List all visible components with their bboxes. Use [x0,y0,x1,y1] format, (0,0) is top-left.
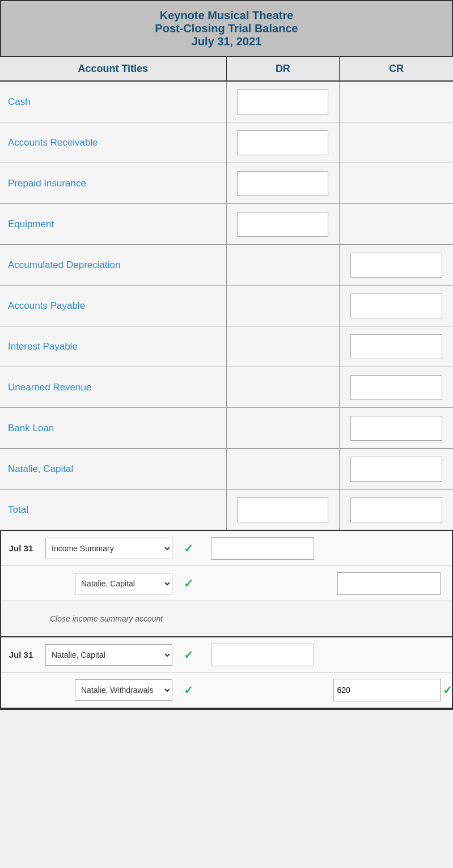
checkmark-icon-1: ✓ [184,542,193,555]
check-3: ✓ [177,646,200,664]
journal-date-empty-2 [1,686,41,695]
dr-cell[interactable] [227,82,340,122]
cr-input[interactable] [350,497,442,522]
journal-dr-3[interactable] [200,640,326,670]
natalie-capital-select-cell-1: Natalie, Capital Income Summary Natalie,… [41,569,177,598]
journal-row-4: Natalie, Withdrawals Natalie, Capital In… [1,673,452,708]
journal-dr-input-1[interactable] [211,537,314,560]
income-summary-select-cell: Income Summary Natalie, Capital Natalie,… [41,534,177,563]
cr-cell[interactable] [340,245,453,285]
account-name: Bank Loan [0,408,227,448]
dr-cell [227,286,340,326]
table-row: Unearned Revenue [0,367,453,408]
income-summary-select[interactable]: Income Summary Natalie, Capital Natalie,… [45,538,172,559]
journal-cr-1 [326,545,452,552]
cr-cell [340,204,453,244]
journal-cr-3 [326,652,452,658]
table-row: Accounts Payable [0,286,453,326]
cr-input[interactable] [350,457,442,482]
journal-dr-1[interactable] [200,534,326,563]
cr-input[interactable] [350,375,442,400]
journal-date-empty-1 [1,579,41,588]
cr-cell [340,82,453,122]
company-name: Keynote Musical Theatre [7,9,446,22]
dr-input[interactable] [237,212,328,237]
dr-cell[interactable] [227,163,340,203]
cr-cell [340,163,453,203]
table-header: Keynote Musical Theatre Post-Closing Tri… [1,1,452,57]
table-row: Bank Loan [0,408,453,449]
account-name: Natalie, Capital [0,449,227,489]
account-name: Prepaid Insurance [0,163,227,203]
dr-cell [227,367,340,407]
dr-cell [227,245,340,285]
account-name: Equipment [0,204,227,244]
report-title: Post-Closing Trial Balance [7,22,446,35]
cr-cell[interactable] [340,367,453,407]
dr-input[interactable] [237,90,328,114]
cr-col-header: CR [340,57,453,80]
account-col-header: Account Titles [0,57,227,80]
table-row: Accumulated Depreciation [0,245,453,286]
journal-cr-2[interactable] [326,569,452,598]
cr-input[interactable] [350,416,442,441]
account-name: Accounts Payable [0,286,227,326]
journal-group-2: Jul 31 Natalie, Capital Income Summary N… [1,637,452,709]
table-row: Cash [0,82,453,122]
dr-input[interactable] [237,171,328,196]
journal-group-1: Jul 31 Income Summary Natalie, Capital N… [1,531,452,637]
natalie-withdrawals-select[interactable]: Natalie, Withdrawals Natalie, Capital In… [75,679,172,701]
journal-cr-desc-1 [317,615,452,622]
check-1: ✓ [177,539,200,558]
journal-dr-desc-1 [183,615,317,622]
journal-date-1: Jul 31 [1,539,41,558]
cr-cell[interactable] [340,490,453,530]
table-row: Total [0,490,453,530]
checkmark-icon-5: ✓ [443,683,452,697]
journal-row-3: Jul 31 Natalie, Capital Income Summary N… [1,637,452,673]
dr-input[interactable] [237,130,328,155]
journal-description-1: Close income summary account [41,610,183,628]
cr-cell[interactable] [340,408,453,448]
account-name: Accumulated Depreciation [0,245,227,285]
checkmark-icon-2: ✓ [184,577,193,590]
dr-input[interactable] [237,497,328,522]
table-row: Natalie, Capital [0,449,453,490]
cr-input[interactable] [350,253,442,278]
value-check-group: ✓ [333,679,441,701]
journal-dr-input-3[interactable] [211,644,314,666]
checkmark-icon-3: ✓ [184,648,193,662]
journal-row-2: Natalie, Capital Income Summary Natalie,… [1,566,452,601]
cr-cell[interactable] [340,449,453,489]
natalie-capital-select-2[interactable]: Natalie, Capital Income Summary Natalie,… [45,644,172,666]
dr-cell[interactable] [227,490,340,530]
dr-cell[interactable] [227,204,340,244]
cr-cell[interactable] [340,286,453,326]
table-row: Interest Payable [0,326,453,367]
checkmark-icon-4: ✓ [184,683,193,697]
dr-cell [227,408,340,448]
journal-cr-input-4[interactable] [333,679,441,701]
column-headers: Account Titles DR CR [0,57,453,82]
journal-section: Jul 31 Income Summary Natalie, Capital N… [0,529,453,710]
table-row: Equipment [0,204,453,245]
journal-row-1: Jul 31 Income Summary Natalie, Capital N… [1,531,452,566]
account-name: Unearned Revenue [0,367,227,407]
trial-balance-table: Keynote Musical Theatre Post-Closing Tri… [0,0,453,57]
dr-cell[interactable] [227,122,340,163]
cr-input[interactable] [350,293,442,318]
check-2: ✓ [177,575,200,593]
account-rows: CashAccounts ReceivablePrepaid Insurance… [0,82,453,530]
page-wrapper: Keynote Musical Theatre Post-Closing Tri… [0,0,453,710]
account-name: Total [0,490,227,530]
cr-input[interactable] [350,334,442,359]
journal-cr-input-2[interactable] [337,572,441,595]
journal-description-row-1: Close income summary account [1,601,452,636]
journal-cr-4[interactable]: ✓ [321,675,452,705]
check-4: ✓ [177,681,200,699]
cr-cell[interactable] [340,326,453,367]
journal-desc-date-1 [1,614,41,623]
cr-cell [340,122,453,163]
natalie-capital-select-1[interactable]: Natalie, Capital Income Summary Natalie,… [75,573,172,594]
dr-col-header: DR [227,57,340,80]
